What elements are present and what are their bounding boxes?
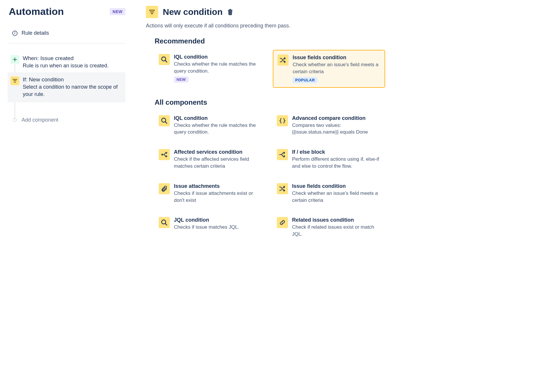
card-desc: Check if related issues exist or match J… (292, 224, 381, 238)
all-components-heading: All components (155, 98, 385, 106)
filter-icon (146, 6, 158, 18)
condition-card-affected-services[interactable]: Affected services condition Check if the… (155, 145, 267, 174)
main-subtitle: Actions will only execute if all conditi… (146, 23, 385, 29)
condition-card-attachments[interactable]: Issue attachments Checks if issue attach… (155, 179, 267, 208)
card-title: Advanced compare condition (292, 115, 381, 121)
split-icon (277, 149, 288, 160)
card-title: Affected services condition (174, 149, 263, 155)
main-title: New condition (163, 7, 223, 17)
new-badge: NEW (110, 8, 125, 15)
card-desc: Check whether an issue's field meets a c… (292, 190, 381, 204)
add-component-button[interactable]: Add component (9, 117, 125, 123)
condition-card-issue-fields[interactable]: Issue fields condition Check whether an … (273, 179, 385, 208)
rule-details-button[interactable]: i Rule details (9, 23, 125, 43)
condition-card-advanced-compare[interactable]: Advanced compare condition Compares two … (273, 111, 385, 140)
card-title: IQL condition (174, 54, 263, 60)
card-title: Issue attachments (174, 183, 263, 189)
card-desc: Check if the affected services field mat… (174, 156, 263, 170)
card-desc: Check whether an issue's field meets a c… (293, 61, 380, 75)
card-title: Issue fields condition (293, 55, 380, 61)
search-icon (159, 217, 170, 228)
step-desc: Select a condition to narrow the scope o… (23, 83, 121, 98)
link-icon (277, 217, 288, 228)
shuffle-icon (277, 55, 289, 66)
card-desc: Checks if issue matches JQL. (174, 224, 263, 231)
card-desc: Checks if issue attachments exist or don… (174, 190, 263, 204)
recommended-grid: IQL condition Checks whether the rule ma… (155, 50, 385, 88)
timeline-step-condition[interactable]: If: New condition Select a condition to … (8, 72, 125, 102)
branch-icon (159, 149, 170, 160)
card-title: IQL condition (174, 115, 263, 121)
plus-icon (11, 55, 19, 64)
card-desc: Checks whether the rule matches the quer… (174, 122, 263, 136)
svg-point-4 (166, 156, 167, 157)
card-title: Related issues condition (292, 217, 381, 223)
step-desc: Rule is run when an issue is created. (23, 62, 109, 69)
condition-card-jql[interactable]: JQL condition Checks if issue matches JQ… (155, 213, 267, 242)
braces-icon (277, 115, 288, 126)
attachment-icon (159, 183, 170, 194)
main-header: New condition (146, 6, 385, 18)
rule-timeline: When: Issue created Rule is run when an … (9, 52, 125, 123)
add-component-label: Add component (22, 117, 58, 123)
svg-point-3 (166, 152, 167, 153)
shuffle-icon (277, 183, 288, 194)
all-components-grid: IQL condition Checks whether the rule ma… (155, 111, 385, 242)
timeline-step-trigger[interactable]: When: Issue created Rule is run when an … (9, 52, 125, 72)
card-title: If / else block (292, 149, 381, 155)
condition-card-if-else[interactable]: If / else block Perform different action… (273, 145, 385, 174)
main-panel: New condition Actions will only execute … (146, 6, 385, 252)
step-title: When: Issue created (23, 55, 109, 62)
sidebar: Automation NEW i Rule details When: Issu… (9, 6, 125, 252)
card-title: Issue fields condition (292, 183, 381, 189)
card-desc: Checks whether the rule matches the quer… (174, 61, 263, 75)
filter-icon (11, 76, 19, 85)
condition-card-related-issues[interactable]: Related issues condition Check if relate… (273, 213, 385, 242)
condition-card-issue-fields[interactable]: Issue fields condition Check whether an … (273, 50, 385, 88)
card-desc: Perform different actions using if, else… (292, 156, 381, 170)
step-title: If: New condition (23, 76, 121, 83)
condition-card-iql[interactable]: IQL condition Checks whether the rule ma… (155, 111, 267, 140)
card-title: JQL condition (174, 217, 263, 223)
rule-details-label: Rule details (22, 30, 49, 36)
card-desc: Compares two values: {{issue.status.name… (292, 122, 381, 136)
search-icon (159, 115, 170, 126)
new-badge: NEW (174, 76, 188, 83)
delete-button[interactable] (227, 9, 233, 15)
recommended-heading: Recommended (155, 37, 385, 45)
condition-card-iql[interactable]: IQL condition Checks whether the rule ma… (155, 50, 267, 88)
page-title-row: Automation NEW (9, 6, 125, 17)
search-icon (159, 54, 170, 65)
svg-point-2 (162, 154, 163, 155)
info-icon: i (12, 31, 18, 36)
page-title: Automation (9, 6, 106, 17)
popular-badge: POPULAR (293, 77, 317, 83)
